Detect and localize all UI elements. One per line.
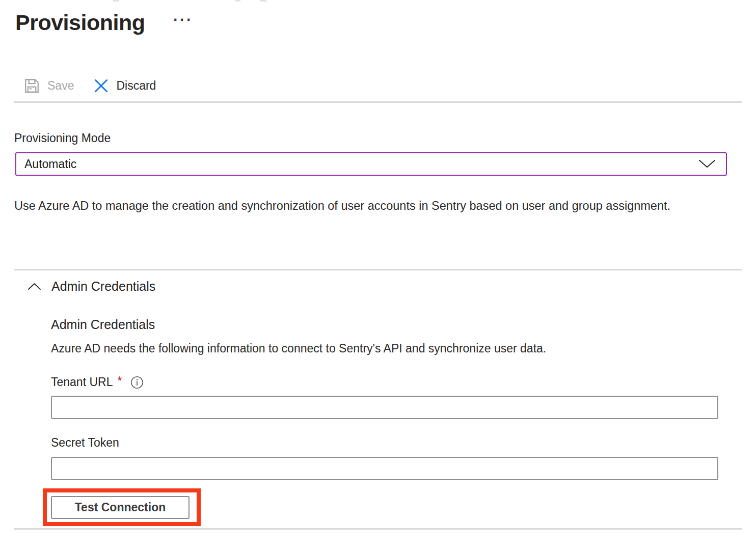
close-icon <box>93 77 110 94</box>
secret-token-label: Secret Token <box>51 436 119 450</box>
save-label: Save <box>47 79 74 93</box>
info-icon[interactable] <box>130 376 144 389</box>
test-connection-button[interactable]: Test Connection <box>51 496 190 519</box>
save-icon <box>23 77 41 95</box>
ellipsis-icon: ··· <box>173 11 193 28</box>
discard-button[interactable]: Discard <box>93 77 156 94</box>
save-button[interactable]: Save <box>23 77 74 95</box>
required-asterisk: * <box>117 374 122 388</box>
provisioning-mode-dropdown[interactable]: Automatic <box>15 152 727 176</box>
page-title: Provisioning <box>15 10 145 35</box>
provisioning-page: Provisioning ··· Save Discard <box>0 0 756 549</box>
admin-credentials-section-toggle[interactable]: Admin Credentials <box>28 279 155 294</box>
tenant-url-label-row: Tenant URL * <box>51 375 144 389</box>
tenant-url-label: Tenant URL <box>51 375 113 389</box>
more-options-button[interactable]: ··· <box>173 12 193 28</box>
chevron-down-icon <box>698 159 716 169</box>
secret-token-input[interactable] <box>51 457 718 480</box>
command-bar: Save Discard <box>23 74 156 97</box>
test-connection-label: Test Connection <box>75 501 166 514</box>
admin-credentials-description: Azure AD needs the following information… <box>51 342 546 355</box>
chevron-up-icon <box>28 283 41 290</box>
discard-label: Discard <box>116 79 156 93</box>
toolbar-divider <box>14 101 742 103</box>
provisioning-mode-description: Use Azure AD to manage the creation and … <box>14 196 677 216</box>
dropdown-selected-value: Automatic <box>24 157 76 171</box>
admin-credentials-section-title: Admin Credentials <box>51 279 155 294</box>
section-divider <box>14 269 742 270</box>
admin-credentials-heading: Admin Credentials <box>51 317 155 332</box>
secret-token-label-row: Secret Token <box>51 436 119 450</box>
bottom-divider <box>14 528 742 530</box>
tenant-url-input[interactable] <box>51 396 718 419</box>
provisioning-mode-label: Provisioning Mode <box>14 131 111 145</box>
